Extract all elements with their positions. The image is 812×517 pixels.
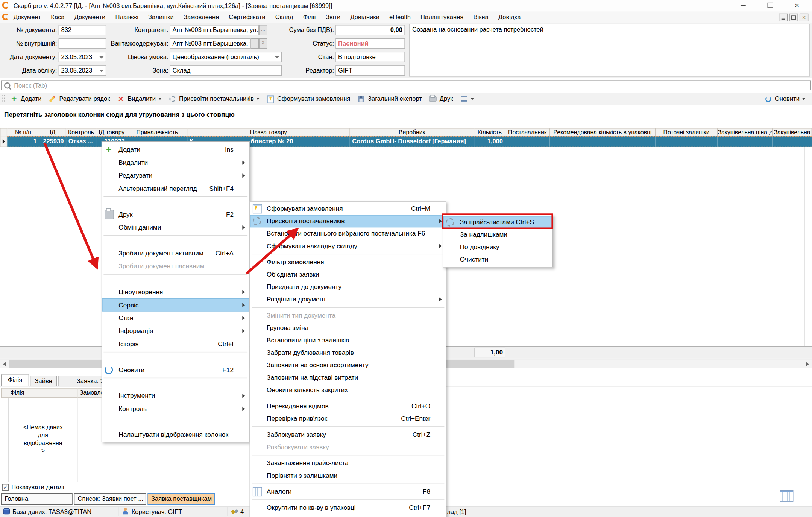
submenu-item[interactable]: Перекидання відмов Ctrl+O bbox=[250, 400, 446, 412]
scroll-right-button[interactable] bbox=[803, 360, 812, 368]
submenu-item[interactable]: Завантаження прайс-листа bbox=[250, 457, 446, 469]
chevron-down-icon[interactable] bbox=[99, 56, 103, 59]
edit-row-button[interactable]: Редагувати рядок bbox=[47, 93, 111, 105]
restore-button[interactable] bbox=[758, 0, 782, 11]
context-menu-item[interactable]: Сервіс bbox=[102, 298, 249, 311]
menu-bar-item[interactable]: Налаштування bbox=[420, 14, 463, 21]
context-menu-item[interactable]: Контроль bbox=[102, 402, 249, 415]
tab-branch[interactable]: Філія bbox=[1, 374, 29, 386]
consignee-browse-button[interactable]: ... bbox=[250, 38, 259, 49]
menu-bar-item[interactable]: Документи bbox=[74, 14, 106, 21]
column-header-manufacturer[interactable]: Виробник bbox=[350, 128, 474, 137]
context-menu-item[interactable]: Інструменти bbox=[102, 389, 249, 402]
chevron-down-icon[interactable] bbox=[99, 70, 103, 72]
context-menu-item[interactable]: Додати Ins bbox=[102, 143, 249, 156]
context-menu-item[interactable]: Видалити bbox=[102, 156, 249, 169]
submenu-item[interactable]: Забрати дублювання товарів bbox=[250, 347, 446, 359]
export-button[interactable]: Загальний експорт bbox=[355, 93, 423, 105]
consignee-clear-button[interactable]: X bbox=[259, 38, 267, 49]
assign-suppliers-button[interactable]: Присвоїти постачальників bbox=[167, 93, 261, 105]
column-header-name[interactable]: Назва товару bbox=[187, 128, 350, 137]
submenu-item[interactable]: Оновити кількість закритих bbox=[250, 384, 446, 396]
consignee-input[interactable]: Апт №003 пгт.Барышевка, ул.К bbox=[170, 38, 251, 49]
column-header-supplier[interactable]: Постачальник bbox=[505, 128, 550, 137]
minimize-button[interactable] bbox=[731, 0, 755, 11]
submenu-item[interactable]: Розділити документ bbox=[250, 293, 446, 306]
show-details-checkbox[interactable]: ✓ bbox=[2, 484, 9, 491]
submenu-item[interactable]: Сформувати накладну складу bbox=[250, 240, 446, 252]
submenu-item[interactable]: Змінити тип документа bbox=[250, 309, 446, 322]
column-header-id[interactable]: ІД bbox=[39, 128, 67, 137]
context-menu-item[interactable]: Налаштувати відображення колонок bbox=[102, 428, 249, 441]
submenu-item[interactable]: Аналоги F8 bbox=[250, 485, 446, 498]
column-header-qty[interactable]: Кількість bbox=[474, 128, 505, 137]
context-menu-item[interactable]: Оновити F12 bbox=[102, 363, 249, 376]
submenu-item[interactable]: Shift+F12 bbox=[250, 514, 446, 517]
mdi-close-button[interactable]: × bbox=[800, 14, 808, 21]
menu-bar-item[interactable]: eHealth bbox=[389, 14, 411, 21]
mdi-minimize-button[interactable] bbox=[779, 14, 788, 21]
submenu-item[interactable]: Розблокувати заявку bbox=[250, 441, 446, 453]
subsubmenu-item[interactable]: Очистити bbox=[443, 253, 553, 266]
close-button[interactable]: × bbox=[785, 0, 809, 11]
menu-bar-item[interactable]: Платежі bbox=[115, 14, 138, 21]
submenu-item[interactable]: Округлити по кв-ву в упаковці Ctrl+F7 bbox=[250, 502, 446, 514]
panel-column-branch[interactable]: Філія bbox=[8, 388, 78, 398]
zone-input[interactable]: Склад bbox=[170, 65, 282, 76]
column-header-control[interactable]: Контроль bbox=[66, 128, 96, 137]
contragent-browse-button[interactable]: ... bbox=[259, 25, 267, 35]
context-menu-item[interactable]: Обмін даними bbox=[102, 221, 249, 234]
submenu-item[interactable]: Встановити ціни з залишків bbox=[250, 334, 446, 347]
submenu-item[interactable]: Порівняти з залишками bbox=[250, 469, 446, 482]
search-input[interactable]: Поиск (Tab) bbox=[1, 80, 811, 90]
context-menu-item[interactable]: Редагувати bbox=[102, 169, 249, 182]
subsubmenu-item[interactable]: По довіднику bbox=[443, 241, 553, 253]
column-header-belonging[interactable]: Приналежність bbox=[127, 128, 188, 137]
toolbar-grip[interactable] bbox=[2, 95, 5, 103]
column-header-purchase[interactable]: Закупівельна bbox=[773, 128, 812, 137]
print-button[interactable]: Друк bbox=[427, 93, 455, 105]
window-button-current[interactable]: Заявка поставщикам .. bbox=[147, 493, 215, 505]
context-menu-item[interactable]: Ціноутворення bbox=[102, 286, 249, 298]
subsubmenu-item[interactable]: За надлишками bbox=[443, 228, 553, 241]
context-menu-item[interactable]: Зробити документ активним Ctrl+A bbox=[102, 246, 249, 259]
menu-bar-item[interactable]: Довідники bbox=[350, 14, 379, 21]
tab-excess[interactable]: Зайве bbox=[30, 376, 57, 386]
delete-button[interactable]: Видалити bbox=[115, 93, 163, 105]
doc-date-input[interactable]: 23.05.2023 bbox=[59, 52, 106, 62]
submenu-item[interactable]: Заблокувати заявку Ctrl+Z bbox=[250, 429, 446, 441]
form-order-button[interactable]: Сформувати замовлення bbox=[265, 93, 352, 105]
context-menu-item[interactable]: Стан bbox=[102, 312, 249, 324]
menu-bar-item[interactable]: Довідка bbox=[498, 14, 521, 21]
add-button[interactable]: Додати bbox=[8, 93, 43, 105]
column-header-recommended[interactable]: Рекомендована кількість в упаковці bbox=[550, 128, 656, 137]
column-header-purchase-price[interactable]: Закупівельна ціна △ bbox=[718, 128, 773, 137]
scroll-left-button[interactable] bbox=[0, 360, 9, 368]
column-header-item-id[interactable]: ІД товару bbox=[96, 128, 127, 137]
menu-bar-item[interactable]: Звіти bbox=[326, 14, 340, 21]
menu-bar-item[interactable]: Документ bbox=[14, 14, 41, 21]
context-menu-item[interactable]: Зробити документ пасивним bbox=[102, 260, 249, 272]
menu-bar-item[interactable]: Залишки bbox=[148, 14, 174, 21]
menu-bar-item[interactable]: Каса bbox=[51, 14, 64, 21]
submenu-item[interactable]: Заповнити на підставі витрати bbox=[250, 371, 446, 384]
column-header-num[interactable]: № п/п bbox=[7, 128, 39, 137]
submenu-item[interactable]: Фільтр замовлення bbox=[250, 256, 446, 268]
memo-field[interactable]: Создана на основании расчета потребносте… bbox=[409, 24, 810, 76]
list-options-button[interactable] bbox=[458, 93, 475, 105]
window-button-list[interactable]: Список: Заявки пост ... bbox=[74, 493, 146, 505]
submenu-item[interactable]: Приєднати до документу bbox=[250, 281, 446, 293]
submenu-item[interactable]: Сформувати замовлення Ctrl+M bbox=[250, 202, 446, 215]
submenu-item[interactable]: Перевірка прив'язок Ctrl+Enter bbox=[250, 412, 446, 425]
menu-bar-item[interactable]: Вікна bbox=[473, 14, 488, 21]
menu-bar-item[interactable]: Філії bbox=[303, 14, 316, 21]
contragent-input[interactable]: Апт №003 пгт.Барышевка, ул.Киев bbox=[170, 25, 259, 35]
context-menu-item[interactable]: Інформація bbox=[102, 324, 249, 337]
submenu-item[interactable]: Присвоїти постачальників bbox=[250, 215, 446, 227]
submenu-item[interactable]: Групова зміна bbox=[250, 322, 446, 334]
internal-number-input[interactable] bbox=[59, 38, 106, 49]
refresh-button[interactable]: Оновити bbox=[762, 93, 807, 105]
mdi-restore-button[interactable] bbox=[789, 14, 798, 21]
menu-bar-item[interactable]: Склад bbox=[275, 14, 293, 21]
context-menu-item[interactable]: Альтернативний перегляд Shift+F4 bbox=[102, 182, 249, 195]
